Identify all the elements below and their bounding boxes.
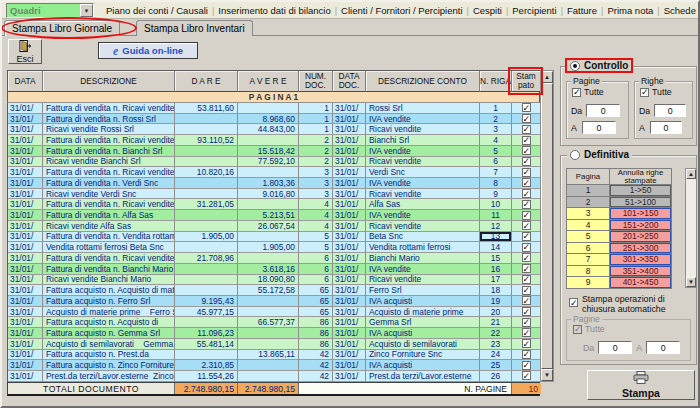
cell-dare <box>175 114 238 125</box>
stampato-checkbox[interactable] <box>522 264 531 273</box>
stampato-checkbox[interactable] <box>522 157 531 166</box>
cell-avere <box>238 307 299 318</box>
annulla-righe-range[interactable]: 251->300 <box>610 243 672 255</box>
guida-online-button[interactable]: Guida on-line <box>98 42 198 59</box>
cell-stampato <box>512 296 540 307</box>
cell-num-doc: 4 <box>299 210 333 221</box>
menu-item-fatture[interactable]: Fatture <box>563 5 601 16</box>
controllo-label: Controllo <box>584 60 628 71</box>
menu-item-schede[interactable]: Schede <box>660 5 700 16</box>
righe-a-row: A <box>639 121 682 134</box>
cell-conto: Ricavi vendite <box>366 124 480 135</box>
stampato-checkbox[interactable] <box>522 253 531 262</box>
stampato-checkbox[interactable] <box>522 350 531 359</box>
page-number: 9 <box>566 277 610 289</box>
stampato-checkbox[interactable] <box>522 178 531 187</box>
cell-conto: Vendita rottami ferrosi <box>366 242 480 253</box>
stampato-checkbox[interactable] <box>522 189 531 198</box>
cell-data: 31/01/ <box>8 221 43 232</box>
definitiva-radio-row[interactable]: Definitiva <box>567 149 632 160</box>
definitiva-da-input[interactable] <box>598 341 632 354</box>
righe-tutte-checkbox-row[interactable]: Tutte <box>640 87 672 97</box>
stampato-checkbox[interactable] <box>522 243 531 252</box>
definitiva-radio[interactable] <box>570 150 580 160</box>
stampato-checkbox[interactable] <box>522 286 531 295</box>
stampato-checkbox[interactable] <box>522 361 531 370</box>
cell-num-doc: 42 <box>299 350 333 361</box>
righe-tutte-checkbox[interactable] <box>640 88 649 97</box>
cell-stampato <box>512 350 540 361</box>
cell-dare <box>175 264 238 275</box>
stampato-checkbox[interactable] <box>522 200 531 209</box>
stampato-checkbox[interactable] <box>522 339 531 348</box>
stampato-checkbox[interactable] <box>522 211 531 220</box>
stampato-checkbox[interactable] <box>522 125 531 134</box>
menu-item-inserimento-dati-di-bilancio[interactable]: Inserimento dati di bilancio <box>214 5 334 16</box>
controllo-radio-row[interactable]: Controllo <box>565 58 633 73</box>
stampato-checkbox[interactable] <box>522 307 531 316</box>
stampato-checkbox[interactable] <box>522 146 531 155</box>
cell-n-riga: 10 <box>480 199 512 210</box>
righe-a-input[interactable] <box>650 121 682 134</box>
cell-num-doc: 86 <box>299 339 333 350</box>
cell-descrizione: Fattura di vendita n. Rossi Srl <box>43 114 175 125</box>
annulla-righe-range[interactable]: 151->200 <box>610 220 672 232</box>
stampato-checkbox[interactable] <box>522 371 531 380</box>
quadri-dropdown[interactable]: Quadri ▼ <box>6 3 94 18</box>
annulla-righe-range[interactable]: 51->100 <box>610 197 672 209</box>
annulla-righe-range[interactable]: 301->350 <box>610 254 672 266</box>
definitiva-scrollbar[interactable]: ▲ ▼ <box>685 168 697 288</box>
scroll-down-icon[interactable]: ▼ <box>541 369 553 381</box>
chiusura-checkbox-row[interactable]: Stampa operazioni di chiusura automatich… <box>569 295 686 314</box>
scrollbar-thumb[interactable] <box>541 83 553 369</box>
annulla-righe-range[interactable]: 351->400 <box>610 266 672 278</box>
pagine-da-input[interactable] <box>586 104 620 117</box>
menu-item-piano-dei-conti-causali[interactable]: Piano dei conti / Causali <box>102 5 212 16</box>
annulla-righe-range[interactable]: 201->250 <box>610 231 672 243</box>
pagine-tutte-checkbox[interactable] <box>572 88 581 97</box>
righe-da-input[interactable] <box>654 104 686 117</box>
annulla-righe-range[interactable]: 401->450 <box>610 277 672 289</box>
chevron-down-icon[interactable]: ▼ <box>80 4 93 17</box>
menu-item-percipienti[interactable]: Percipienti <box>508 5 560 16</box>
cell-data: 31/01/ <box>8 114 43 125</box>
cell-descrizione: Fattura acquisto n. Zinco Forniture Snc <box>43 360 175 371</box>
page-number: 6 <box>566 243 610 255</box>
annulla-righe-range[interactable]: 101->150 <box>610 208 672 220</box>
annulla-righe-range[interactable]: 1->50 <box>610 185 672 197</box>
cell-conto: Ricavi vendite <box>366 221 480 232</box>
menu-item-clienti-fornitori-percipienti[interactable]: Clienti / Fornitori / Percipienti <box>337 5 466 16</box>
cell-dare: 45.977,15 <box>175 307 238 318</box>
column-header-data-doc: DATA DOC. <box>333 71 366 92</box>
tab-stampa-libro-giornale[interactable]: Stampa Libro Giornale <box>4 20 120 36</box>
stampato-checkbox[interactable] <box>522 328 531 337</box>
table-scrollbar[interactable]: ▲ ▼ <box>540 70 554 382</box>
controllo-radio[interactable] <box>570 61 580 71</box>
scroll-down-icon[interactable]: ▼ <box>686 277 696 287</box>
pagine-a-input[interactable] <box>582 121 616 134</box>
menu-item-cespiti[interactable]: Cespiti <box>469 5 506 16</box>
stampato-checkbox[interactable] <box>522 275 531 284</box>
cell-n-riga: 24 <box>480 350 512 361</box>
esci-button[interactable]: Esci <box>8 39 42 64</box>
stampato-checkbox[interactable] <box>522 318 531 327</box>
stampato-checkbox[interactable] <box>522 221 531 230</box>
stampato-checkbox[interactable] <box>522 296 531 305</box>
tab-stampa-libro-inventari[interactable]: Stampa Libro Inventari <box>136 20 253 36</box>
stampa-button[interactable]: Stampa <box>587 370 695 400</box>
stampato-checkbox[interactable] <box>522 103 531 112</box>
stampato-checkbox[interactable] <box>522 114 531 123</box>
scroll-up-icon[interactable]: ▲ <box>541 71 553 83</box>
scroll-up-icon[interactable]: ▲ <box>686 169 696 179</box>
stampato-checkbox[interactable] <box>522 168 531 177</box>
cell-conto: IVA vendite <box>366 178 480 189</box>
chiusura-checkbox[interactable] <box>569 298 578 307</box>
stampato-checkbox[interactable] <box>522 232 531 241</box>
cell-data-doc: 31/01/ <box>333 210 366 221</box>
esci-label: Esci <box>16 54 33 64</box>
menu-item-prima-nota[interactable]: Prima nota <box>603 5 657 16</box>
stampato-checkbox[interactable] <box>522 136 531 145</box>
definitiva-a-input[interactable] <box>646 341 680 354</box>
guida-online-icon <box>113 46 118 56</box>
pagine-tutte-checkbox-row[interactable]: Tutte <box>572 87 604 97</box>
